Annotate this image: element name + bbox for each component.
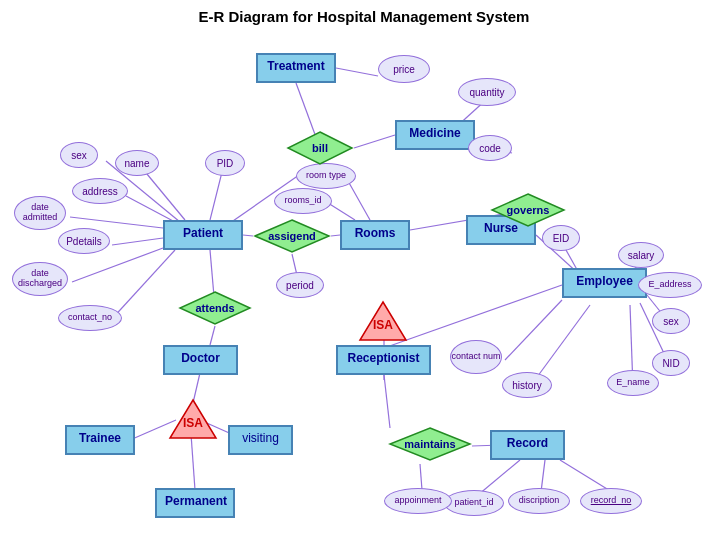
svg-line-9 [126, 196, 175, 222]
entity-visiting: visiting [228, 425, 293, 455]
svg-line-10 [70, 217, 163, 228]
diamond-maintains: maintains [388, 426, 472, 462]
svg-line-28 [505, 300, 562, 360]
svg-line-42 [420, 464, 422, 490]
attr-pid: PID [205, 150, 245, 176]
attr-e-name: E_name [607, 370, 659, 396]
attr-period: period [276, 272, 324, 298]
diamond-governs-label: governs [490, 204, 566, 216]
entity-patient: Patient [163, 220, 243, 250]
svg-line-41 [478, 460, 520, 495]
attr-room-type: room type [296, 163, 356, 189]
attr-price: price [378, 55, 430, 83]
entity-permanent: Permanent [155, 488, 235, 518]
diamond-bill: bill [286, 130, 354, 166]
attr-record-no: record_no [580, 488, 642, 514]
attr-date-discharged: date discharged [12, 262, 68, 296]
diamond-assigend: assigend [253, 218, 331, 254]
attr-address: address [72, 178, 128, 204]
attr-sex-emp: sex [652, 308, 690, 334]
isa-receptionist: ISA [358, 300, 408, 342]
attr-nid: NID [652, 350, 690, 376]
svg-line-3 [336, 68, 378, 76]
attr-history: history [502, 372, 552, 398]
diamond-attends-label: attends [178, 302, 252, 314]
attr-appoinment: appoinment [384, 488, 452, 514]
svg-line-39 [560, 460, 612, 492]
attr-rooms-id: rooms_id [274, 188, 332, 214]
diamond-maintains-label: maintains [388, 438, 472, 450]
attr-quantity: quantity [458, 78, 516, 106]
svg-line-37 [384, 375, 390, 428]
svg-line-13 [110, 250, 175, 321]
attr-sex-patient: sex [60, 142, 98, 168]
attr-patient-id: patient_id [444, 490, 504, 516]
svg-line-17 [328, 203, 355, 220]
isa-receptionist-label: ISA [373, 318, 393, 332]
entity-trainee: Trainee [65, 425, 135, 455]
svg-line-30 [210, 326, 215, 345]
attr-discription: discription [508, 488, 570, 514]
diamond-bill-label: bill [286, 142, 354, 154]
diamond-assigend-label: assigend [253, 230, 331, 242]
entity-employee: Employee [562, 268, 647, 298]
attr-eid: EID [542, 225, 580, 251]
attr-e-address: E_address [638, 272, 702, 298]
svg-line-35 [384, 285, 562, 348]
attr-code: code [468, 135, 512, 161]
svg-line-7 [142, 168, 185, 220]
svg-line-15 [331, 235, 340, 236]
entity-doctor: Doctor [163, 345, 238, 375]
attr-salary: salary [618, 242, 664, 268]
svg-line-16 [348, 181, 370, 220]
entity-treatment: Treatment [256, 53, 336, 83]
isa-doctor: ISA [168, 398, 218, 440]
diamond-attends: attends [178, 290, 252, 326]
entity-rooms: Rooms [340, 220, 410, 250]
attr-date-admitted: date admitted [14, 196, 66, 230]
svg-line-1 [354, 135, 395, 148]
diamond-governs: governs [490, 192, 566, 228]
entity-medicine: Medicine [395, 120, 475, 150]
svg-line-11 [112, 238, 163, 245]
attr-contact-no: contact_no [58, 305, 122, 331]
attr-name: name [115, 150, 159, 176]
attr-contact-num: contact num [450, 340, 502, 374]
isa-doctor-label: ISA [183, 416, 203, 430]
attr-pdetails: Pdetails [58, 228, 110, 254]
entity-receptionist: Receptionist [336, 345, 431, 375]
diagram-title: E-R Diagram for Hospital Management Syst… [0, 0, 728, 25]
entity-record: Record [490, 430, 565, 460]
svg-line-14 [243, 235, 253, 236]
